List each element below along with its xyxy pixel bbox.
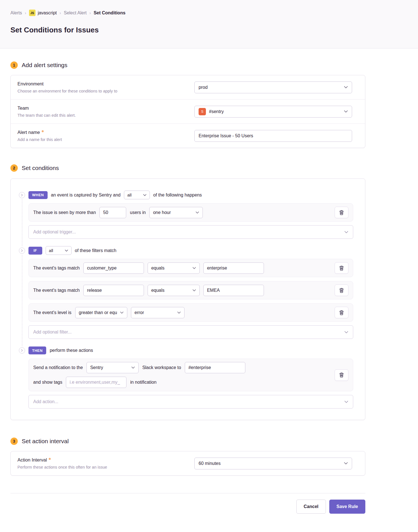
tag-value-input[interactable] xyxy=(203,285,264,296)
breadcrumb-current: Set Conditions xyxy=(94,10,125,16)
if-match-value: all xyxy=(49,248,53,253)
breadcrumb-alerts[interactable]: Alerts xyxy=(10,10,22,16)
alert-settings-panel: Environment Choose an environment for th… xyxy=(10,75,365,148)
interval-select[interactable]: one hour xyxy=(149,207,203,218)
workspace-select[interactable]: Sentry xyxy=(86,362,139,373)
when-rule-card: The issue is seen by more than users in … xyxy=(28,203,353,222)
section-heading-set-conditions: 2 Set conditions xyxy=(10,164,365,172)
alert-name-label: Alert name xyxy=(17,130,62,135)
delete-filter-button[interactable] xyxy=(335,284,348,296)
filter-rule-card: The event's tags match equals xyxy=(28,281,353,299)
action-interval-panel: Action Interval Perform these actions on… xyxy=(10,451,365,476)
then-header: THEN perform these actions xyxy=(19,346,353,355)
team-row: Team The team that can edit this alert. … xyxy=(11,99,365,123)
breadcrumb-separator-icon: › xyxy=(59,10,61,15)
team-labels: Team The team that can edit this alert. xyxy=(17,105,76,118)
team-help: The team that can edit this alert. xyxy=(17,113,76,118)
chevron-down-icon xyxy=(131,367,135,369)
then-badge: THEN xyxy=(28,346,46,354)
environment-select[interactable]: prod xyxy=(194,81,352,93)
action-interval-value: 60 minutes xyxy=(199,461,221,466)
step-number-badge: 1 xyxy=(10,61,18,69)
chevron-down-icon xyxy=(65,250,68,252)
breadcrumb-separator-icon: › xyxy=(25,10,26,15)
chevron-down-icon xyxy=(120,312,124,314)
if-match-select[interactable]: all xyxy=(46,246,72,255)
tag-key-input[interactable] xyxy=(83,262,144,274)
chevron-down-icon xyxy=(344,231,348,233)
section-heading-action-interval: 3 Set action interval xyxy=(10,438,365,445)
delete-filter-button[interactable] xyxy=(335,307,348,318)
when-rule-text-before: The issue is seen by more than xyxy=(33,210,96,215)
javascript-platform-icon: JS xyxy=(29,10,35,16)
add-action[interactable]: Add action... xyxy=(28,395,353,409)
add-optional-filter[interactable]: Add optional filter... xyxy=(28,325,353,339)
alert-name-row: Alert name Add a name for this alert xyxy=(11,123,365,148)
breadcrumb-separator-icon: › xyxy=(89,10,91,15)
delete-trigger-button[interactable] xyxy=(335,207,348,218)
action-text-3: and show tags xyxy=(33,380,62,385)
if-badge: IF xyxy=(28,247,42,255)
chevron-down-icon xyxy=(192,289,196,292)
delete-action-button[interactable] xyxy=(335,369,348,381)
section-title: Set conditions xyxy=(22,165,59,171)
chevron-down-icon xyxy=(192,267,196,269)
filter-text: The event's tags match xyxy=(33,266,80,271)
chevron-down-icon xyxy=(344,86,348,89)
add-trigger-placeholder: Add optional trigger... xyxy=(33,229,76,235)
when-text-before: an event is captured by Sentry and xyxy=(51,193,121,198)
tag-key-input[interactable] xyxy=(83,285,144,296)
environment-label: Environment xyxy=(17,81,117,87)
interval-value: one hour xyxy=(153,210,171,215)
level-operator-select[interactable]: greater than or equ xyxy=(75,307,127,318)
team-select[interactable]: S #sentry xyxy=(194,106,352,118)
team-value: #sentry xyxy=(209,109,224,114)
environment-labels: Environment Choose an environment for th… xyxy=(17,81,117,93)
breadcrumb-project[interactable]: JS javascript xyxy=(29,10,57,16)
if-body: The event's tags match equals The e xyxy=(22,255,353,346)
collapse-toggle-icon[interactable] xyxy=(19,192,25,198)
tags-input[interactable] xyxy=(66,377,126,388)
collapse-toggle-icon[interactable] xyxy=(19,248,25,254)
action-interval-labels: Action Interval Perform these actions on… xyxy=(17,457,107,469)
when-match-select[interactable]: all xyxy=(124,191,150,199)
operator-select[interactable]: equals xyxy=(148,262,200,274)
tag-value-input[interactable] xyxy=(203,262,264,274)
then-body: Send a notification to the Sentry Slack … xyxy=(22,355,353,409)
action-text-2: Slack workspace to xyxy=(142,365,181,370)
trash-icon xyxy=(339,210,344,215)
when-rule-text-middle: users in xyxy=(130,210,146,215)
add-optional-trigger[interactable]: Add optional trigger... xyxy=(28,225,353,239)
section-title: Add alert settings xyxy=(22,62,67,69)
collapse-toggle-icon[interactable] xyxy=(19,347,25,354)
channel-input[interactable] xyxy=(185,362,245,373)
level-value-select[interactable]: error xyxy=(131,307,184,318)
delete-filter-button[interactable] xyxy=(335,262,348,274)
section-title: Set action interval xyxy=(22,438,69,445)
operator-select[interactable]: equals xyxy=(148,285,200,296)
action-interval-row: Action Interval Perform these actions on… xyxy=(11,451,365,475)
when-header: WHEN an event is captured by Sentry and … xyxy=(19,191,353,199)
section-heading-alert-settings: 1 Add alert settings xyxy=(10,61,365,69)
cancel-button[interactable]: Cancel xyxy=(296,500,326,514)
add-filter-placeholder: Add optional filter... xyxy=(33,330,72,335)
alert-name-input[interactable] xyxy=(194,130,352,142)
action-interval-select[interactable]: 60 minutes xyxy=(194,458,352,469)
action-text-4: in notification xyxy=(130,380,156,385)
action-text-1: Send a notification to the xyxy=(33,365,83,370)
user-count-input[interactable] xyxy=(99,207,126,218)
environment-help: Choose an environment for these conditio… xyxy=(17,89,117,93)
add-action-placeholder: Add action... xyxy=(33,399,58,404)
alert-name-labels: Alert name Add a name for this alert xyxy=(17,130,62,142)
environment-row: Environment Choose an environment for th… xyxy=(11,75,365,99)
action-interval-label: Action Interval xyxy=(17,457,107,463)
team-label: Team xyxy=(17,105,76,111)
chevron-down-icon xyxy=(195,211,199,214)
required-marker xyxy=(42,130,44,132)
level-operator-value: greater than or equ xyxy=(79,310,117,315)
alert-name-help: Add a name for this alert xyxy=(17,137,62,142)
trash-icon xyxy=(339,310,344,315)
save-rule-button[interactable]: Save Rule xyxy=(329,500,365,514)
breadcrumb-select-alert[interactable]: Select Alert xyxy=(64,10,86,16)
environment-value: prod xyxy=(199,85,208,90)
